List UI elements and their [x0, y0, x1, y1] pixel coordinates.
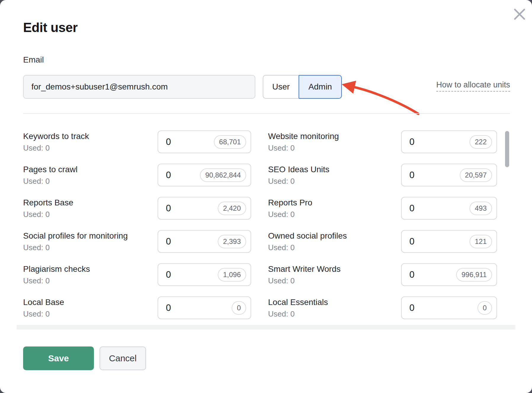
scroll-area-bottom-divider [17, 325, 515, 330]
unit-label: Website monitoring [268, 132, 339, 140]
unit-limit-badge: 1,096 [218, 268, 246, 282]
unit-used: Used: 0 [23, 310, 64, 318]
unit-row: Keywords to track Used: 0 68,701 Website… [23, 130, 497, 153]
unit-field-website-monitoring: Website monitoring Used: 0 222 [268, 130, 497, 153]
unit-field-local-essentials: Local Essentials Used: 0 0 [268, 296, 497, 319]
unit-input-box: 996,911 [401, 263, 497, 286]
unit-row: Local Base Used: 0 0 Local Essentials Us… [23, 296, 497, 319]
unit-input-box: 493 [401, 197, 497, 220]
email-label: Email [23, 55, 44, 65]
unit-row: Social profiles for monitoring Used: 0 2… [23, 230, 497, 253]
unit-limit-badge: 996,911 [456, 268, 492, 282]
unit-used: Used: 0 [23, 244, 128, 251]
unit-label: Pages to crawl [23, 165, 78, 174]
unit-label: Social profiles for monitoring [23, 232, 128, 240]
red-arrow-annotation [341, 76, 424, 118]
unit-used: Used: 0 [268, 177, 329, 185]
unit-value-input[interactable] [409, 170, 442, 180]
unit-field-seo-ideas-units: SEO Ideas Units Used: 0 20,597 [268, 164, 497, 186]
unit-value-input[interactable] [409, 203, 442, 214]
unit-input-box: 121 [401, 230, 497, 253]
unit-value-input[interactable] [409, 137, 442, 147]
admin-role-button[interactable]: Admin [299, 75, 342, 99]
page-title: Edit user [23, 20, 78, 35]
unit-value-input[interactable] [409, 269, 442, 280]
unit-used: Used: 0 [268, 244, 347, 251]
unit-input-box: 1,096 [158, 263, 251, 286]
unit-input-box: 68,701 [158, 130, 251, 153]
unit-used: Used: 0 [268, 310, 328, 318]
unit-field-local-base: Local Base Used: 0 0 [23, 296, 251, 319]
unit-field-social-profiles-for-monitoring: Social profiles for monitoring Used: 0 2… [23, 230, 251, 253]
unit-limit-badge: 90,862,844 [200, 168, 246, 182]
units-allocation-list: Keywords to track Used: 0 68,701 Website… [23, 130, 497, 330]
save-button[interactable]: Save [23, 346, 94, 370]
unit-limit-badge: 20,597 [460, 168, 492, 182]
unit-value-input[interactable] [166, 269, 198, 280]
unit-input-box: 20,597 [401, 164, 497, 186]
unit-field-reports-base: Reports Base Used: 0 2,420 [23, 197, 251, 220]
unit-limit-badge: 68,701 [214, 135, 246, 149]
unit-limit-badge: 493 [469, 202, 492, 215]
unit-limit-badge: 2,393 [218, 235, 246, 248]
unit-field-pages-to-crawl: Pages to crawl Used: 0 90,862,844 [23, 164, 251, 186]
unit-row: Plagiarism checks Used: 0 1,096 Smart Wr… [23, 263, 497, 286]
unit-used: Used: 0 [268, 210, 312, 218]
header-divider [23, 113, 510, 114]
unit-input-box: 2,393 [158, 230, 251, 253]
unit-input-box: 0 [158, 296, 251, 319]
edit-user-modal: Edit user Email User Admin How to alloca… [0, 0, 532, 393]
unit-input-box: 0 [401, 296, 497, 319]
unit-value-input[interactable] [409, 303, 442, 313]
unit-label: Keywords to track [23, 132, 89, 140]
unit-input-box: 2,420 [158, 197, 251, 220]
unit-row: Reports Base Used: 0 2,420 Reports Pro U… [23, 197, 497, 220]
unit-field-reports-pro: Reports Pro Used: 0 493 [268, 197, 497, 220]
unit-label: Reports Base [23, 199, 73, 207]
unit-label: Smart Writer Words [268, 265, 341, 273]
role-toggle: User Admin [263, 75, 342, 99]
unit-limit-badge: 0 [232, 301, 246, 315]
vertical-scrollbar-thumb[interactable] [505, 131, 509, 167]
unit-used: Used: 0 [23, 177, 78, 185]
unit-limit-badge: 121 [469, 235, 492, 248]
unit-field-smart-writer-words: Smart Writer Words Used: 0 996,911 [268, 263, 497, 286]
unit-used: Used: 0 [23, 210, 73, 218]
unit-limit-badge: 0 [477, 301, 492, 315]
unit-field-owned-social-profiles: Owned social profiles Used: 0 121 [268, 230, 497, 253]
close-button[interactable] [511, 6, 528, 23]
unit-value-input[interactable] [166, 137, 198, 147]
unit-limit-badge: 222 [469, 135, 492, 149]
unit-field-keywords-to-track: Keywords to track Used: 0 68,701 [23, 130, 251, 153]
unit-used: Used: 0 [268, 144, 339, 152]
cancel-button[interactable]: Cancel [100, 346, 146, 370]
unit-limit-badge: 2,420 [218, 202, 246, 215]
email-input[interactable] [23, 75, 255, 99]
unit-label: SEO Ideas Units [268, 165, 329, 174]
unit-label: Owned social profiles [268, 232, 347, 240]
unit-input-box: 222 [401, 130, 497, 153]
unit-value-input[interactable] [166, 236, 198, 247]
close-icon [513, 8, 526, 21]
unit-label: Plagiarism checks [23, 265, 90, 273]
unit-row: Pages to crawl Used: 0 90,862,844 SEO Id… [23, 164, 497, 186]
unit-used: Used: 0 [23, 277, 90, 285]
user-role-button[interactable]: User [263, 75, 299, 99]
unit-field-plagiarism-checks: Plagiarism checks Used: 0 1,096 [23, 263, 251, 286]
unit-value-input[interactable] [166, 303, 198, 313]
unit-value-input[interactable] [166, 170, 198, 180]
unit-label: Local Base [23, 298, 64, 306]
unit-value-input[interactable] [409, 236, 442, 247]
unit-used: Used: 0 [23, 144, 89, 152]
unit-used: Used: 0 [268, 277, 341, 285]
unit-label: Local Essentials [268, 298, 328, 306]
action-buttons: Save Cancel [23, 346, 146, 370]
unit-label: Reports Pro [268, 199, 312, 207]
unit-value-input[interactable] [166, 203, 198, 214]
how-to-allocate-units-link[interactable]: How to allocate units [436, 80, 510, 92]
unit-input-box: 90,862,844 [158, 164, 251, 186]
